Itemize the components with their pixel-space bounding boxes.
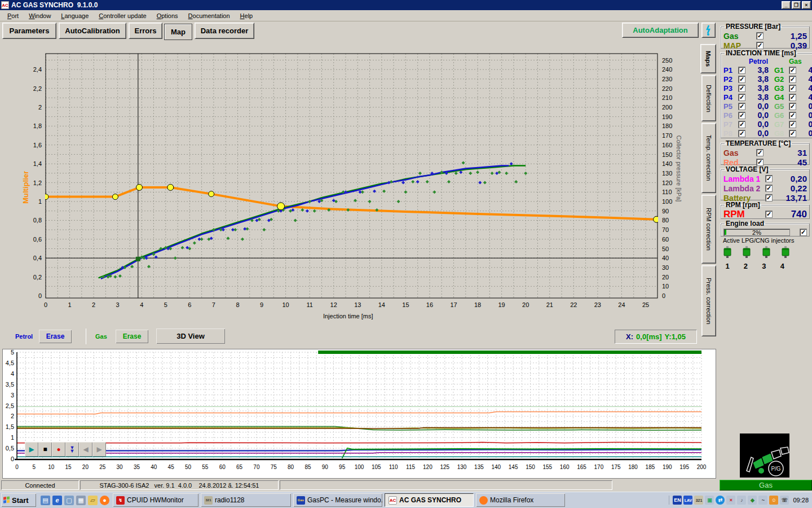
volume-icon[interactable]: ♪ [737, 496, 746, 505]
g8-label: G8 [774, 129, 789, 138]
svg-text:70: 70 [253, 464, 260, 470]
record-button[interactable]: ● [52, 442, 65, 457]
show-desktop-icon[interactable]: ▤ [41, 496, 50, 505]
p4-checkbox[interactable]: ✓ [738, 94, 745, 101]
step-forward-button[interactable]: ▶ [92, 442, 106, 457]
play-button[interactable]: ▶ [25, 442, 38, 457]
svg-text:1: 1 [11, 434, 14, 441]
injection-row-8: P8 ✓ 0,0 G8 ✓ 0,0 [723, 129, 812, 138]
task-ac-gas-synchro[interactable]: AC AC GAS SYNCHRO [385, 493, 474, 507]
tab-parameters[interactable]: Parameters [2, 23, 56, 39]
g3-checkbox[interactable]: ✓ [789, 85, 796, 92]
title-bar[interactable]: AC AC GAS SYNCHRO 9.1.0.0 _ ❐ × [0, 0, 812, 10]
menu-documentation[interactable]: Documentation [183, 11, 235, 20]
tab-autocalibration[interactable]: AutoCalibration [59, 23, 126, 39]
menu-controller-update[interactable]: Controller update [94, 11, 151, 20]
task-cpuid-hwmonitor[interactable]: ↯ CPUID HWMonitor [113, 493, 198, 507]
p7-checkbox[interactable]: ✓ [738, 121, 745, 128]
close-button[interactable]: × [802, 1, 811, 9]
internet-explorer-icon[interactable]: e [52, 496, 62, 505]
active-injectors-title: Active LPG/CNG injectors [723, 237, 811, 244]
menu-options[interactable]: Options [152, 11, 183, 20]
injector-4-icon [781, 246, 790, 261]
g2-checkbox[interactable]: ✓ [789, 76, 796, 83]
svg-text:2: 2 [38, 104, 42, 111]
side-tab-press-correction[interactable]: Press. correction [701, 265, 716, 336]
temperature-title: TEMPERATURE [°C] [725, 139, 792, 147]
temp-gas-checkbox[interactable]: ✓ [756, 149, 764, 156]
start-button[interactable]: Start [1, 493, 36, 507]
g4-checkbox[interactable]: ✓ [789, 94, 796, 101]
p1-checkbox[interactable]: ✓ [738, 67, 745, 74]
engine-load-title: Engine load [725, 220, 765, 227]
g8-checkbox[interactable]: ✓ [789, 130, 796, 137]
g1-checkbox[interactable]: ✓ [789, 67, 796, 74]
g6-checkbox[interactable]: ✓ [789, 112, 796, 119]
device-icon[interactable]: ◆ [748, 496, 757, 505]
injection-map-chart[interactable]: 0123456789101112131415161718192021222324… [2, 41, 700, 326]
step-back-button[interactable]: ◀ [79, 442, 92, 457]
task-radio1128[interactable]: 321 radio1128 [201, 493, 291, 507]
menu-language[interactable]: Language [56, 11, 94, 20]
language-indicator[interactable]: EN [673, 496, 682, 505]
task-mozilla-firefox[interactable]: Mozilla Firefox [476, 493, 565, 507]
task-gaspc[interactable]: Gas GasPC - Measure windo... [293, 493, 382, 507]
minimize-button[interactable]: _ [782, 1, 791, 9]
jump-down-button[interactable]: ▼▼ [65, 442, 79, 457]
p6-checkbox[interactable]: ✓ [738, 112, 745, 119]
pc-network-icon[interactable]: ▣ [705, 496, 714, 505]
temperature-group: TEMPERATURE [°C] Gas ✓ 31 Red. ✓ 45 [721, 139, 810, 165]
menu-help[interactable]: Help [235, 11, 258, 20]
svg-text:15: 15 [402, 301, 409, 308]
view-3d-button[interactable]: 3D View [156, 329, 225, 344]
gas-erase-button[interactable]: Erase [116, 330, 148, 343]
engine-load-checkbox[interactable]: ✓ [800, 229, 807, 236]
lav-filters-icon[interactable]: LAV [683, 496, 692, 505]
media-player-icon[interactable]: 321 [694, 496, 703, 505]
g6-value: 0,0 [799, 111, 812, 120]
firefox-icon[interactable]: ● [100, 496, 109, 505]
lambda2-checkbox[interactable]: ✓ [765, 185, 773, 192]
side-tab-temp-correction[interactable]: Temp. correction [701, 123, 716, 193]
p2-checkbox[interactable]: ✓ [738, 76, 745, 83]
connection-icon-button[interactable] [701, 23, 716, 38]
lpg-segment-reserve [747, 457, 753, 472]
pointer-tool-icon[interactable]: ~ [758, 496, 767, 505]
autoadaptation-button[interactable]: AutoAdaptation [622, 23, 699, 38]
pressure-gas-checkbox[interactable]: ✓ [756, 32, 764, 40]
gas-mode-indicator[interactable]: Gas [720, 480, 812, 491]
g5-checkbox[interactable]: ✓ [789, 103, 796, 110]
petrol-erase-button[interactable]: Erase [39, 330, 72, 343]
svg-text:0: 0 [38, 292, 42, 299]
teamviewer-icon[interactable]: ⇄ [716, 496, 725, 505]
svg-text:120: 120 [662, 179, 672, 186]
restore-button[interactable]: ❐ [792, 1, 801, 9]
p3-checkbox[interactable]: ✓ [738, 85, 745, 92]
menu-window[interactable]: Window [24, 11, 56, 20]
svg-text:110: 110 [389, 464, 398, 470]
tab-map[interactable]: Map [164, 24, 192, 40]
pressure-map-checkbox[interactable]: ✓ [756, 42, 764, 49]
side-tab-deflection[interactable]: Deflection [701, 75, 716, 121]
p8-checkbox[interactable]: ✓ [738, 130, 745, 137]
g7-checkbox[interactable]: ✓ [789, 121, 796, 128]
svg-text:Injection time [ms]: Injection time [ms] [323, 313, 373, 319]
rpm-checkbox[interactable]: ✓ [765, 211, 773, 218]
network-error-icon[interactable]: × [726, 496, 735, 505]
petrol-column-header: Petrol [748, 58, 769, 65]
tab-errors[interactable]: Errors [129, 23, 162, 39]
lambda1-checkbox[interactable]: ✓ [765, 175, 773, 182]
side-tab-rpm-correction[interactable]: RPM correction [701, 195, 716, 264]
phone-app-icon[interactable]: ☏ [780, 496, 789, 505]
folder-icon[interactable]: ▱ [88, 496, 98, 505]
tab-data-recorder[interactable]: Data recorder [195, 23, 254, 39]
side-tab-maps[interactable]: Maps [700, 44, 716, 73]
menu-port[interactable]: Port [2, 11, 24, 20]
stop-button[interactable]: ■ [38, 442, 52, 457]
user-app-icon[interactable]: ☺ [769, 496, 778, 505]
window-icon[interactable]: ▢ [64, 496, 74, 505]
gas-column-header: Gas [789, 58, 799, 65]
calculator-icon[interactable]: ▦ [76, 496, 86, 505]
p5-checkbox[interactable]: ✓ [738, 103, 745, 110]
injector-2-icon [742, 246, 751, 261]
